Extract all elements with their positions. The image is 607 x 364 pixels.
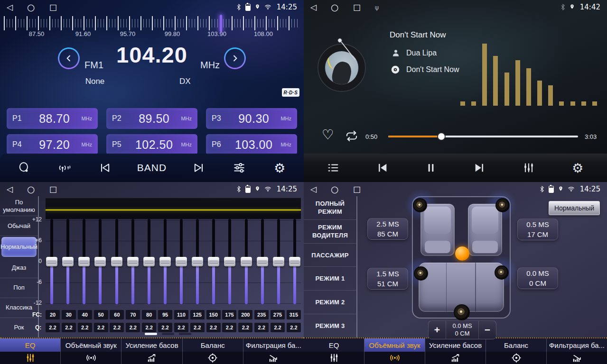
tab-bass[interactable]: Усиление басов	[121, 338, 182, 364]
previous-track-icon[interactable]	[374, 160, 390, 176]
fc-value-box[interactable]: 275	[271, 310, 285, 319]
back-icon[interactable]: ◁	[7, 0, 13, 14]
q-value-box[interactable]: 2.2	[254, 323, 269, 332]
recents-icon[interactable]: □	[49, 182, 57, 196]
eq-band-slider[interactable]	[143, 218, 155, 307]
eq-band-slider[interactable]	[78, 218, 90, 307]
rear-right-speaker-icon[interactable]	[495, 265, 509, 280]
page-dot[interactable]	[162, 333, 174, 335]
fc-value-box[interactable]: 50	[94, 310, 108, 319]
settings-gear-icon[interactable]: ⚙	[570, 160, 586, 176]
eq-band-slider[interactable]	[62, 218, 74, 307]
fc-value-box[interactable]: 30	[62, 310, 76, 319]
delay-front-right-button[interactable]: 0.5 MS 17 CM	[517, 218, 558, 240]
page-dot[interactable]	[179, 333, 191, 335]
back-icon[interactable]: ◁	[310, 0, 317, 14]
listening-position-marker[interactable]	[455, 246, 469, 261]
pause-icon[interactable]	[423, 160, 439, 176]
listening-mode-item[interactable]: ПОЛНЫЙ РЕЖИМ	[304, 196, 356, 220]
tune-down-button[interactable]	[58, 47, 80, 69]
delay-front-left-button[interactable]: 2.5 MS 85 CM	[367, 218, 408, 240]
eq-preset-item[interactable]: По умолчанию	[0, 196, 38, 216]
eq-band-slider[interactable]	[256, 218, 269, 307]
scan-icon[interactable]	[16, 160, 32, 176]
radio-preset-p4[interactable]: P497.20MHz	[7, 134, 98, 155]
next-station-icon[interactable]	[191, 160, 207, 176]
front-right-speaker-icon[interactable]	[495, 198, 510, 212]
home-icon[interactable]: ○	[331, 182, 339, 196]
radio-preset-p6[interactable]: P6103.00MHz	[206, 134, 297, 155]
q-value-box[interactable]: 2.2	[62, 323, 76, 332]
slider-knob[interactable]	[273, 257, 284, 266]
home-icon[interactable]: ○	[27, 0, 35, 14]
q-value-box[interactable]: 2.2	[238, 323, 252, 332]
listening-mode-item[interactable]: РЕЖИМ 2	[304, 291, 356, 314]
radio-preset-p5[interactable]: P5102.50MHz	[106, 134, 197, 155]
fc-value-box[interactable]: 125	[190, 310, 205, 319]
eq-band-slider[interactable]	[111, 218, 123, 307]
slider-knob[interactable]	[46, 257, 57, 266]
surround-preset-button[interactable]: Нормальный	[549, 201, 600, 215]
slider-knob[interactable]	[159, 257, 171, 266]
slider-knob[interactable]	[127, 257, 139, 266]
slider-knob[interactable]	[208, 257, 219, 266]
slider-knob[interactable]	[94, 257, 106, 266]
subwoofer-icon[interactable]	[454, 304, 470, 320]
recents-icon[interactable]: □	[353, 182, 361, 196]
front-left-speaker-icon[interactable]	[413, 198, 427, 212]
eq-band-slider[interactable]	[127, 218, 139, 307]
q-value-box[interactable]: 2.2	[158, 323, 172, 332]
q-value-box[interactable]: 2.2	[142, 323, 156, 332]
q-value-box[interactable]: 2.2	[110, 323, 124, 332]
tab-eq[interactable]: EQ	[0, 338, 61, 364]
q-value-box[interactable]: 2.2	[222, 323, 236, 332]
page-dot[interactable]	[145, 333, 157, 335]
tab-balance[interactable]: Баланс	[183, 338, 243, 364]
equalizer-icon[interactable]	[521, 160, 537, 176]
recents-icon[interactable]: □	[49, 0, 57, 14]
band-button[interactable]: BAND	[137, 162, 167, 173]
tab-filter[interactable]: Фильтрация ба...	[547, 338, 607, 364]
slider-knob[interactable]	[257, 257, 268, 266]
listening-mode-item[interactable]: РЕЖИМ 1	[304, 267, 356, 291]
fc-value-box[interactable]: 315	[287, 310, 301, 319]
eq-band-slider[interactable]	[94, 218, 106, 307]
tab-surround[interactable]: Объёмный звук	[364, 338, 425, 364]
settings-gear-icon[interactable]: ⚙	[271, 160, 288, 176]
progress-bar[interactable]	[388, 136, 578, 137]
q-value-box[interactable]: 2.2	[271, 323, 285, 332]
tab-surround[interactable]: Объёмный звук	[61, 338, 121, 364]
q-value-box[interactable]: 2.2	[94, 323, 108, 332]
tune-up-button[interactable]	[224, 47, 246, 69]
fc-value-box[interactable]: 40	[78, 310, 92, 319]
fc-value-box[interactable]: 70	[126, 310, 140, 319]
audio-settings-icon[interactable]	[231, 160, 247, 176]
slider-knob[interactable]	[78, 257, 90, 266]
home-icon[interactable]: ○	[331, 0, 339, 14]
fc-value-box[interactable]: 95	[158, 310, 172, 319]
repeat-icon[interactable]	[345, 130, 359, 144]
q-value-box[interactable]: 2.2	[206, 323, 221, 332]
eq-band-slider[interactable]	[207, 218, 220, 307]
back-icon[interactable]: ◁	[7, 182, 13, 196]
slider-knob[interactable]	[111, 257, 122, 266]
radio-preset-p3[interactable]: P390.30MHz	[206, 108, 297, 129]
eq-band-slider[interactable]	[159, 218, 171, 307]
tab-balance[interactable]: Баланс	[486, 338, 547, 364]
tab-eq[interactable]: EQ	[304, 338, 364, 364]
recents-icon[interactable]: □	[353, 0, 361, 14]
delay-increase-button[interactable]: +	[429, 321, 446, 339]
q-value-box[interactable]: 2.2	[190, 323, 205, 332]
slider-knob[interactable]	[143, 257, 155, 266]
tab-bass[interactable]: Усиление басов	[425, 338, 486, 364]
tab-filter[interactable]: Фильтрация ба...	[243, 338, 304, 364]
fc-value-box[interactable]: 150	[206, 310, 221, 319]
previous-station-icon[interactable]	[97, 160, 113, 176]
fc-value-box[interactable]: 110	[174, 310, 188, 319]
progress-thumb[interactable]	[438, 133, 445, 140]
eq-band-slider[interactable]	[240, 218, 252, 307]
playlist-icon[interactable]	[325, 160, 341, 176]
eq-band-slider[interactable]	[272, 218, 285, 307]
back-icon[interactable]: ◁	[310, 182, 317, 196]
fc-value-box[interactable]: 80	[142, 310, 156, 319]
